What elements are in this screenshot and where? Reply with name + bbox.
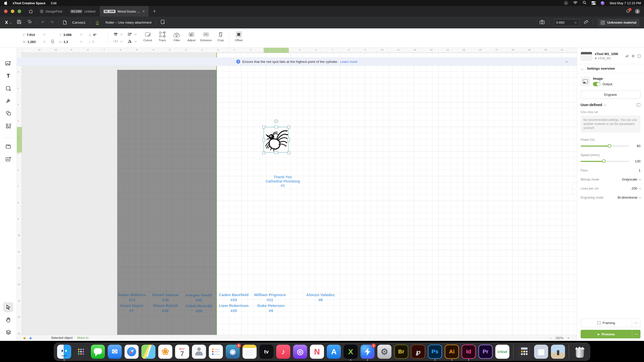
dock-app-notes[interactable] <box>243 345 257 359</box>
spotlight-icon[interactable] <box>583 1 586 5</box>
power-value[interactable]: 60 <box>632 144 640 148</box>
resize-handle-w[interactable] <box>262 138 265 142</box>
shape-tool[interactable] <box>3 83 13 94</box>
control-center-icon[interactable] <box>591 1 596 5</box>
save-preset-icon[interactable] <box>637 103 640 106</box>
collapse-panel-handle[interactable]: › <box>572 184 577 195</box>
lock-ratio-icon[interactable] <box>51 39 54 43</box>
dock-app-adobe-premiere[interactable]: Pr <box>478 345 493 359</box>
dock-app-photo-booth[interactable]: ◉6 <box>226 345 240 359</box>
dock-app-adobe-indesign[interactable]: Id <box>462 345 476 359</box>
dock-app-launchpad[interactable] <box>74 345 88 359</box>
notifications-bell-icon[interactable] <box>626 9 630 14</box>
canvas-name-label[interactable]: Liam Robertson#25 <box>219 303 249 313</box>
engraving-mode-dropdown[interactable]: Bi-directional <box>618 196 640 199</box>
canvas-name-label[interactable]: Amari Hayes#7 <box>120 303 143 313</box>
dock-app-podcasts[interactable]: ◎ <box>293 345 307 359</box>
framing-more-button[interactable]: ⋯ <box>632 319 640 327</box>
dock-app-safari[interactable] <box>125 345 139 359</box>
framing-button[interactable]: Framing ⋯ <box>581 319 640 327</box>
dock-app-music[interactable]: ♪ <box>276 345 290 359</box>
resize-handle-n[interactable] <box>274 126 278 128</box>
lines-per-cm-dropdown[interactable]: 200 <box>631 187 640 190</box>
dock-app-cricut[interactable]: cricut <box>495 345 509 359</box>
undo-icon[interactable]: ↶ <box>41 20 45 25</box>
dock-app-adobe-acrobat[interactable]: ℘ <box>411 345 425 359</box>
dock-app-app-store[interactable]: A <box>327 345 341 359</box>
apple-menu-icon[interactable] <box>4 1 7 6</box>
y-input[interactable]: 3.088 <box>63 33 72 37</box>
distribute-button[interactable] <box>114 39 122 43</box>
dock-app-calculator[interactable] <box>517 345 531 359</box>
dock-app-adobe-illustrator[interactable]: Ai <box>445 345 459 359</box>
account-avatar[interactable] <box>635 9 640 14</box>
back-icon[interactable]: ← <box>581 66 584 71</box>
boolean-shapes-tool[interactable] <box>3 108 13 118</box>
align-horizontal-button[interactable] <box>114 32 122 36</box>
height-input[interactable]: 1.3 <box>63 40 68 44</box>
zoom-out-button[interactable]: − <box>549 336 551 340</box>
layers-tool[interactable] <box>3 327 13 337</box>
zoom-in-button[interactable]: + <box>568 336 569 340</box>
preset-dropdown[interactable]: User-defined <box>581 103 602 107</box>
select-tool[interactable] <box>3 302 13 312</box>
dock-app-adobe-bridge[interactable]: Br <box>394 345 408 359</box>
new-tab-button[interactable]: + <box>149 9 160 14</box>
canvas-name-label[interactable]: Caden Barefield#23 <box>219 292 249 302</box>
width-input[interactable]: 1.263 <box>27 40 36 44</box>
export-icon[interactable] <box>27 20 32 25</box>
materials-tool[interactable] <box>3 141 13 151</box>
material-selector-button[interactable]: Unknown material <box>598 19 639 26</box>
device-settings-gear-icon[interactable]: ⚙ <box>631 54 635 58</box>
canvas-name-label[interactable]: Duke Peterson#9 <box>257 303 285 313</box>
creative-cloud-icon[interactable]: ∞ <box>564 1 568 5</box>
crop-button[interactable]: Crop <box>213 32 228 42</box>
resize-handle-se[interactable] <box>287 151 290 154</box>
flip-button[interactable] <box>128 39 136 43</box>
siri-icon[interactable] <box>601 1 605 5</box>
cutout-button[interactable]: Cutout <box>140 32 155 42</box>
tab-untitled[interactable]: M1 10W Untitled <box>66 6 100 17</box>
device-file-icon[interactable] <box>638 55 640 58</box>
dock-app-folder-grid[interactable]: ▦ <box>534 345 548 359</box>
dock-app-calendar[interactable]: MAY7 <box>175 345 189 359</box>
align-vertical-button[interactable] <box>128 32 136 36</box>
canvas-name-label[interactable]: William Prigmore#11 <box>254 292 286 302</box>
home-button[interactable] <box>26 6 36 17</box>
zoom-level[interactable]: 292% <box>555 336 564 340</box>
measure-icon[interactable] <box>584 20 588 26</box>
enhance-button[interactable]: HDEnhance <box>199 32 213 42</box>
resize-handle-sw[interactable] <box>262 151 265 154</box>
save-icon[interactable] <box>17 20 21 25</box>
process-button[interactable]: ▶Process ⋯ <box>581 330 640 338</box>
power-slider-knob[interactable] <box>608 144 611 148</box>
dock-app-file-preview[interactable] <box>551 345 565 359</box>
resize-handle-s[interactable] <box>274 151 278 154</box>
process-more-button[interactable]: ⋯ <box>632 330 640 338</box>
tab-wood-ducks[interactable]: M1 10W Wood Ducks ... × <box>100 6 149 17</box>
filter-button[interactable]: Filter <box>170 32 184 42</box>
engrave-mode-button[interactable]: Engrave <box>581 90 640 99</box>
minimize-window-button[interactable] <box>11 10 14 13</box>
resize-handle-ne[interactable] <box>287 126 290 128</box>
close-tab-icon[interactable]: × <box>143 9 145 13</box>
dock-app-photos[interactable]: ❀ <box>158 345 172 359</box>
close-window-button[interactable] <box>4 10 8 13</box>
elements-library-tool[interactable] <box>3 121 13 131</box>
dock-app-reminders[interactable] <box>209 345 223 359</box>
dock-app-xtool[interactable]: X <box>344 345 358 359</box>
speed-slider[interactable] <box>581 161 629 162</box>
ai-image-tool[interactable]: AI <box>3 154 13 164</box>
zoom-window-button[interactable] <box>18 10 21 13</box>
learn-more-link[interactable]: Learn more <box>340 60 357 64</box>
switch-device-icon[interactable]: ⇄ <box>626 54 629 58</box>
dock-app-messenger[interactable]: 2 <box>360 345 375 359</box>
menu-app-name[interactable]: xTool Creative Space <box>13 1 46 5</box>
menu-item-edit[interactable]: Edit <box>51 1 57 5</box>
canvas-name-label[interactable]: Nolan Williams#13 <box>118 292 146 302</box>
power-slider[interactable] <box>581 146 629 147</box>
pass-value[interactable]: 1 <box>638 168 640 172</box>
bitmap-mode-dropdown[interactable]: Grayscale <box>622 177 640 181</box>
trace-button[interactable]: Trace <box>155 32 170 42</box>
status-dot-yellow[interactable] <box>23 337 26 339</box>
